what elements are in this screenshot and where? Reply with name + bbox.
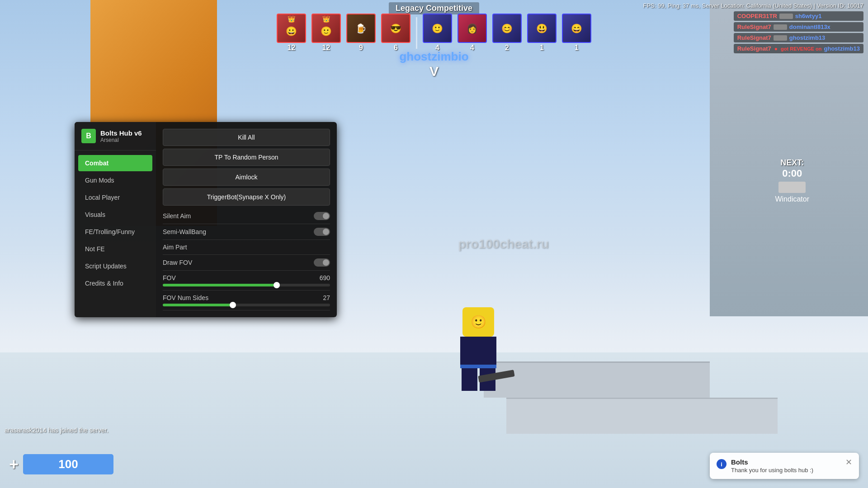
- player-score: 1: [575, 44, 579, 52]
- player-card-blue-2: 👩 4: [455, 14, 489, 52]
- roblox-character: 🙂: [451, 307, 505, 398]
- killer-name: COOPER31TR: [737, 13, 777, 19]
- fov-num-sides-thumb[interactable]: [230, 302, 236, 308]
- fov-slider-row: FOV 690: [163, 271, 330, 291]
- notification-content: Bolts Thank you for using bolts hub :): [731, 458, 841, 474]
- notification-icon: i: [717, 459, 726, 469]
- revenge-text: got REVENGE on: [781, 46, 821, 52]
- tp-random-button[interactable]: TP To Random Person: [163, 149, 330, 166]
- menu-panel: B Bolts Hub v6 Arsenal Combat Gun Mods L…: [75, 122, 337, 317]
- menu-title: Bolts Hub v6: [100, 129, 142, 137]
- fov-num-sides-track[interactable]: [163, 304, 330, 306]
- victim-name: ghostzimb13: [789, 34, 825, 41]
- menu-title-block: Bolts Hub v6 Arsenal: [100, 129, 142, 143]
- fov-slider-header: FOV 690: [163, 274, 330, 282]
- next-gun-shape: [778, 182, 806, 193]
- draw-fov-toggle[interactable]: [314, 258, 330, 267]
- step2: [484, 361, 710, 398]
- step1: [506, 398, 778, 434]
- player-avatar: 🙂: [423, 14, 452, 43]
- player-card-blue-1: 🙂 4: [420, 14, 454, 52]
- player-card-blue-3: 😊 2: [490, 14, 524, 52]
- player-score: 6: [394, 44, 398, 52]
- fov-slider-track[interactable]: [163, 284, 330, 286]
- fov-slider-value: 690: [320, 274, 330, 282]
- chat-message: arasarask2014 has joined the server.: [5, 427, 108, 434]
- next-timer: 0:00: [775, 168, 809, 179]
- player-score: 4: [470, 44, 474, 52]
- victim-name: sh6wtyy1: [795, 13, 822, 19]
- menu-sidebar: B Bolts Hub v6 Arsenal Combat Gun Mods L…: [75, 122, 156, 317]
- sidebar-item-fe-trolling[interactable]: FE/Trolling/Funny: [78, 224, 152, 240]
- silent-aim-toggle[interactable]: [314, 212, 330, 220]
- player-score: 1: [540, 44, 544, 52]
- top-hud: Legacy Competitive FPS: 99, Ping: 37 ms,…: [0, 0, 868, 2]
- kill-entry-3: RuleSignat7 ghostzimb13: [734, 33, 863, 42]
- fps-info: FPS: 99, Ping: 37 ms, Server Location: C…: [643, 2, 863, 9]
- player-avatar: 😊: [492, 14, 522, 43]
- killer-name: RuleSignat7: [737, 34, 771, 41]
- player-card-blue-5: 😄 1: [560, 14, 594, 52]
- menu-logo: B: [81, 129, 96, 143]
- player-avatar: 👑 😀: [277, 14, 306, 43]
- sidebar-item-script-updates[interactable]: Script Updates: [78, 258, 152, 274]
- player-avatar: 😃: [527, 14, 557, 43]
- health-value: 100: [58, 457, 78, 471]
- kill-all-button[interactable]: Kill All: [163, 129, 330, 146]
- char-vs: V: [399, 64, 468, 79]
- weapon-icon: [779, 14, 793, 19]
- draw-fov-row: Draw FOV: [163, 255, 330, 271]
- next-label: NEXT:: [775, 158, 809, 168]
- sidebar-item-visuals[interactable]: Visuals: [78, 206, 152, 223]
- notification-close-button[interactable]: ✕: [845, 458, 852, 466]
- player-score: 12: [322, 44, 330, 52]
- sidebar-item-gun-mods[interactable]: Gun Mods: [78, 172, 152, 188]
- player-score: 12: [288, 44, 296, 52]
- health-bar: + 100: [9, 454, 113, 474]
- kill-entry-4: RuleSignat7 ● got REVENGE on ghostzimb13: [734, 44, 863, 53]
- triggerbot-button[interactable]: TriggerBot(Synapse X Only): [163, 188, 330, 206]
- sidebar-item-credits-info[interactable]: Credits & Info: [78, 275, 152, 291]
- player-avatar: 👩: [458, 14, 487, 43]
- mode-label: Legacy Competitive: [389, 2, 479, 14]
- character-label: ghostzimbio V: [399, 50, 468, 79]
- aim-part-row: Aim Part: [163, 240, 330, 255]
- fov-num-sides-header: FOV Num Sides 27: [163, 294, 330, 301]
- health-plus-icon: +: [9, 455, 19, 474]
- sidebar-item-local-player[interactable]: Local Player: [78, 189, 152, 206]
- scoreboard: 👑 😀 12 👑 🙂 12 🍺 9 😎 6 🙂 4 👩 4: [274, 14, 594, 52]
- sidebar-item-combat[interactable]: Combat: [78, 155, 152, 171]
- weapon-icon: [774, 35, 787, 41]
- silent-aim-label: Silent Aim: [163, 212, 191, 220]
- victim-name: dominantl813x: [789, 23, 830, 30]
- player-score: 4: [435, 44, 439, 52]
- sidebar-item-not-fe[interactable]: Not FE: [78, 241, 152, 257]
- silent-aim-row: Silent Aim: [163, 208, 330, 224]
- fov-num-sides-slider-row: FOV Num Sides 27: [163, 291, 330, 310]
- semi-wallbang-row: Semi-WallBang: [163, 224, 330, 240]
- player-score: 9: [359, 44, 363, 52]
- player-card-blue-4: 😃 1: [525, 14, 559, 52]
- player-avatar: 👑 🙂: [311, 14, 341, 43]
- semi-wallbang-label: Semi-WallBang: [163, 228, 206, 235]
- next-gun-name: Windicator: [775, 195, 809, 203]
- player-card-red-4: 😎 6: [379, 14, 413, 52]
- player-card-red-2: 👑 🙂 12: [309, 14, 343, 52]
- health-bar-bg: 100: [23, 454, 113, 474]
- toggle-thumb: [323, 229, 329, 235]
- killer-name: RuleSignat7: [737, 23, 771, 30]
- next-weapon: NEXT: 0:00 Windicator: [775, 158, 809, 203]
- menu-header: B Bolts Hub v6 Arsenal: [75, 129, 156, 150]
- aimlock-button[interactable]: Aimlock: [163, 169, 330, 186]
- kill-entry-2: RuleSignat7 dominantl813x: [734, 22, 863, 32]
- menu-subtitle: Arsenal: [100, 137, 142, 143]
- player-avatar: 😄: [562, 14, 591, 43]
- fov-slider-label: FOV: [163, 274, 176, 282]
- fov-num-sides-fill: [163, 304, 233, 306]
- aim-part-label: Aim Part: [163, 244, 187, 251]
- fov-num-sides-label: FOV Num Sides: [163, 294, 208, 301]
- fov-slider-thumb[interactable]: [274, 282, 280, 288]
- semi-wallbang-toggle[interactable]: [314, 228, 330, 236]
- player-card-red-1: 👑 😀 12: [274, 14, 308, 52]
- team-divider: [416, 17, 417, 49]
